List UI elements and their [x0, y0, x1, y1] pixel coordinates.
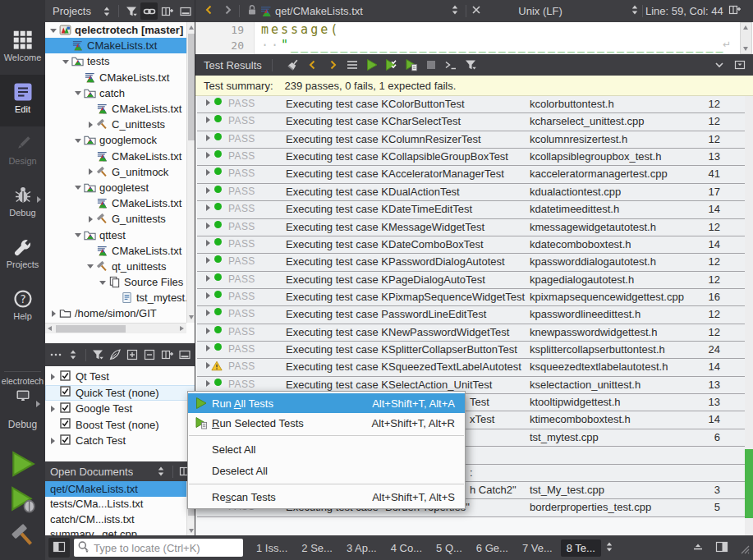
tree-item-cmakelists-txt[interactable]: CMakeLists.txt: [45, 149, 186, 164]
tree-expander-icon[interactable]: [86, 261, 96, 271]
tree-expander-icon[interactable]: [99, 278, 108, 287]
output-pane-button-7[interactable]: 7 Ve...: [517, 539, 558, 557]
mode-item-help[interactable]: ?Help: [0, 282, 45, 333]
tree-item-cmakelists-txt[interactable]: CMakeLists.txt: [45, 195, 186, 211]
split-add-button[interactable]: [158, 2, 176, 20]
tree-item-qelectrotech-master-[interactable]: qelectrotech [master]: [45, 22, 186, 38]
expander-icon[interactable]: [48, 404, 58, 414]
checkbox[interactable]: [60, 418, 71, 431]
updown-button[interactable]: [152, 463, 169, 480]
menu-item-run-all-tests[interactable]: Run All TestsAlt+Shift+T, Alt+A: [188, 393, 465, 413]
close-panel-button[interactable]: [177, 2, 194, 20]
scroll-up-arrow-icon[interactable]: [743, 25, 748, 30]
expand-all-button[interactable]: [124, 347, 140, 364]
scroll-position-indicator[interactable]: [745, 449, 753, 518]
encoding-selector[interactable]: Unix (LF): [475, 0, 606, 22]
test-result-row[interactable]: PASSExecuting test case KMessageWidgetTe…: [197, 219, 745, 236]
open-document-item[interactable]: qet/CMakeLists.txt: [45, 481, 195, 497]
go-forward-button[interactable]: [218, 0, 236, 22]
document-dropdown-button[interactable]: [446, 0, 463, 22]
chevron-down-button[interactable]: [710, 57, 728, 74]
expander-icon[interactable]: [48, 372, 58, 382]
tree-item-source-files[interactable]: Source Files: [45, 274, 186, 290]
scroll-down-arrow-icon[interactable]: [743, 47, 748, 51]
tree-item-googletest[interactable]: googletest: [45, 180, 186, 195]
menu-item-select-all[interactable]: Select All: [188, 438, 465, 460]
test-result-row[interactable]: PASSExecuting test case KColorButtonTest…: [197, 96, 745, 113]
tree-item-catch[interactable]: catch: [45, 85, 186, 101]
tree-horizontal-scrollbar[interactable]: [45, 323, 186, 333]
overflow-menu-button[interactable]: [48, 347, 64, 364]
tree-expander-icon[interactable]: [74, 182, 84, 192]
go-back-button[interactable]: [200, 0, 218, 22]
tree-item-tst-mytest-cpp[interactable]: tst_mytest.cpp: [45, 290, 186, 305]
test-result-row[interactable]: PASSExecuting test case KPixmapSequenceW…: [197, 289, 745, 306]
checkbox[interactable]: [60, 370, 71, 383]
test-result-row[interactable]: PASSExecuting test case KCollapsibleGrou…: [197, 149, 745, 166]
run-button[interactable]: [364, 57, 381, 74]
locator-input[interactable]: [92, 541, 232, 555]
mode-item-projects[interactable]: Projects: [0, 230, 45, 282]
list-button[interactable]: [344, 57, 361, 74]
test-framework-google-test[interactable]: Google Test: [45, 401, 195, 417]
menu-item-deselect-all[interactable]: Deselect All: [188, 460, 465, 481]
test-result-row[interactable]: PASSExecuting test case KCharSelectTestk…: [197, 113, 745, 131]
terminal-button[interactable]: [443, 57, 460, 74]
tree-expander-icon[interactable]: [62, 57, 71, 67]
tree-item-tests[interactable]: tests: [45, 53, 186, 69]
scroll-down-arrow-icon[interactable]: [189, 315, 194, 319]
test-framework-qt-test[interactable]: Qt Test: [45, 369, 195, 385]
link-editor-button[interactable]: [140, 2, 158, 20]
output-panes-dropdown-button[interactable]: [601, 539, 618, 557]
code-editor[interactable]: 1920 message(··"________________________…: [195, 22, 753, 54]
checkbox[interactable]: [60, 386, 71, 399]
tree-item-cmakelists-txt[interactable]: CMakeLists.txt: [45, 243, 186, 259]
tree-item-cmakelists-txt[interactable]: CMakeLists.txt: [45, 38, 186, 53]
expander-icon[interactable]: [48, 436, 58, 446]
run-file-button[interactable]: [403, 57, 420, 74]
split-add-button[interactable]: [159, 347, 176, 364]
prev-button[interactable]: [305, 57, 322, 74]
output-pane-button-8[interactable]: 8 Te...: [561, 539, 601, 557]
mode-item-welcome[interactable]: Welcome: [0, 23, 45, 75]
tree-item-c-unittests[interactable]: C_unittests: [45, 117, 186, 132]
tree-expander-icon[interactable]: [86, 120, 96, 130]
scroll-down-arrow-icon[interactable]: [189, 529, 194, 533]
feather-button[interactable]: [107, 347, 123, 364]
open-document-item[interactable]: catch/CM...ists.txt: [45, 512, 195, 527]
scroll-up-arrow-icon[interactable]: [189, 25, 194, 30]
menu-item-run-selected-tests[interactable]: Run Selected TestsAlt+Shift+T, Alt+R: [188, 413, 465, 433]
tree-expander-icon[interactable]: [74, 230, 84, 240]
tree-expander-icon[interactable]: [74, 135, 84, 145]
test-framework-boost-test-none-[interactable]: Boost Test (none): [45, 417, 195, 434]
split-editor-button[interactable]: [726, 0, 743, 22]
tree-item-cmakelists-txt[interactable]: CMakeLists.txt: [45, 70, 186, 85]
test-result-row[interactable]: PASSExecuting test case KSqueezedTextLab…: [197, 359, 745, 376]
test-framework-quick-test-none-[interactable]: Quick Test (none): [45, 385, 195, 402]
run-button[interactable]: [0, 450, 45, 481]
tree-expander-icon[interactable]: [49, 309, 59, 319]
tree-expander-icon[interactable]: [74, 88, 84, 98]
test-result-row[interactable]: PASSExecuting test case KSplitterCollaps…: [197, 342, 745, 359]
checkbox[interactable]: [60, 434, 71, 448]
next-button[interactable]: [324, 57, 342, 74]
filter-button[interactable]: [90, 347, 106, 364]
clean-button[interactable]: [285, 57, 302, 74]
output-pane-button-6[interactable]: 6 Ge...: [471, 539, 514, 557]
test-results-scrollbar[interactable]: [745, 96, 753, 535]
tree-expander-icon[interactable]: [49, 25, 59, 35]
open-document-item[interactable]: summary...get.cpp: [45, 527, 195, 536]
open-document-item[interactable]: tests/CMa...Lists.txt: [45, 497, 195, 512]
output-pane-button-4[interactable]: 4 Co...: [385, 539, 428, 557]
test-result-row[interactable]: PASSExecuting test case KDualActionTestk…: [197, 184, 745, 201]
output-pane-button-3[interactable]: 3 Ap...: [341, 539, 383, 557]
scroll-left-arrow-icon[interactable]: [48, 326, 52, 331]
tree-item-g-unittests[interactable]: G_unittests: [45, 211, 186, 227]
tree-item--home-simon-git[interactable]: /home/simon/GIT: [45, 305, 186, 321]
kit-selector-button[interactable]: [0, 389, 45, 406]
filter-button[interactable]: [462, 57, 480, 74]
test-result-row[interactable]: PASSExecuting test case KColumnResizerTe…: [197, 131, 745, 149]
mode-item-debug[interactable]: Debug: [0, 178, 45, 230]
tree-item-qt-unittests[interactable]: qt_unittests: [45, 259, 186, 274]
test-result-row[interactable]: PASSExecuting test case PasswordLineEdit…: [197, 306, 745, 324]
